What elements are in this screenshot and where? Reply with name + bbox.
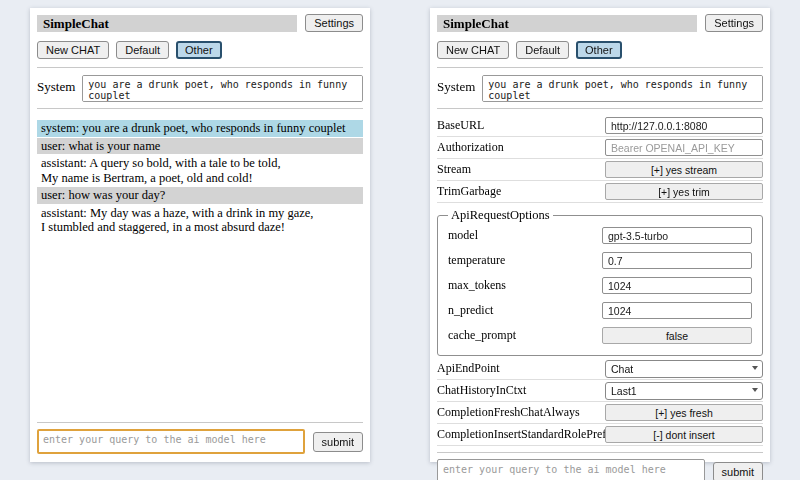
setting-row-n-predict: n_predict bbox=[448, 298, 752, 323]
completion-fresh-toggle-button[interactable]: [+] yes fresh bbox=[605, 404, 763, 421]
model-input[interactable] bbox=[602, 227, 752, 244]
app-title: SimpleChat bbox=[437, 15, 697, 32]
session-tab-other[interactable]: Other bbox=[576, 41, 622, 59]
divider bbox=[37, 108, 363, 109]
completion-insert-toggle-button[interactable]: [-] dont insert bbox=[605, 426, 763, 443]
settings-panel: SimpleChat Settings New CHAT Default Oth… bbox=[430, 8, 770, 462]
chat-message-system: system: you are a drunk poet, who respon… bbox=[37, 120, 363, 137]
divider bbox=[37, 422, 363, 423]
temperature-label: temperature bbox=[448, 253, 602, 268]
baseurl-input[interactable] bbox=[605, 117, 763, 134]
setting-row-authorization: Authorization bbox=[437, 137, 763, 159]
setting-row-trimgarbage: TrimGarbage [+] yes trim bbox=[437, 181, 763, 203]
chat-message-assistant: assistant: A query so bold, with a tale … bbox=[37, 155, 363, 186]
settings-button[interactable]: Settings bbox=[305, 14, 363, 32]
setting-row-model: model bbox=[448, 223, 752, 248]
setting-row-cache-prompt: cache_prompt false bbox=[448, 323, 752, 348]
divider bbox=[437, 67, 763, 68]
new-chat-button[interactable]: New CHAT bbox=[37, 41, 109, 59]
api-request-options-fieldset: ApiRequestOptions model temperature max_… bbox=[437, 208, 763, 356]
session-tab-other[interactable]: Other bbox=[176, 41, 222, 59]
system-prompt-row: System you are a drunk poet, who respond… bbox=[437, 75, 763, 102]
spacer bbox=[37, 237, 363, 417]
settings-button[interactable]: Settings bbox=[705, 14, 763, 32]
cache-prompt-toggle-button[interactable]: false bbox=[602, 327, 752, 344]
baseurl-label: BaseURL bbox=[437, 118, 605, 133]
n-predict-label: n_predict bbox=[448, 303, 602, 318]
model-label: model bbox=[448, 228, 602, 243]
session-tab-default[interactable]: Default bbox=[516, 41, 569, 59]
completioninsertstandardroleprefix-label: CompletionInsertStandardRolePrefix bbox=[437, 427, 605, 442]
setting-row-max-tokens: max_tokens bbox=[448, 273, 752, 298]
query-row: submit bbox=[437, 459, 763, 480]
apiendpoint-select[interactable]: Chat bbox=[605, 359, 763, 378]
title-row: SimpleChat Settings bbox=[37, 14, 363, 32]
app-title: SimpleChat bbox=[37, 15, 297, 32]
stream-toggle-button[interactable]: [+] yes stream bbox=[605, 161, 763, 178]
max-tokens-input[interactable] bbox=[602, 277, 752, 294]
system-prompt-row: System you are a drunk poet, who respond… bbox=[37, 75, 363, 102]
authorization-input[interactable] bbox=[605, 139, 763, 156]
query-section: submit bbox=[37, 416, 363, 454]
app-container: SimpleChat Settings New CHAT Default Oth… bbox=[0, 0, 800, 470]
session-tab-default[interactable]: Default bbox=[116, 41, 169, 59]
query-row: submit bbox=[37, 429, 363, 454]
temperature-input[interactable] bbox=[602, 252, 752, 269]
trimgarbage-toggle-button[interactable]: [+] yes trim bbox=[605, 183, 763, 200]
n-predict-input[interactable] bbox=[602, 302, 752, 319]
chat-session-tabs: New CHAT Default Other bbox=[37, 41, 363, 59]
divider bbox=[437, 452, 763, 453]
setting-row-temperature: temperature bbox=[448, 248, 752, 273]
max-tokens-label: max_tokens bbox=[448, 278, 602, 293]
completionfreshchatalways-label: CompletionFreshChatAlways bbox=[437, 405, 605, 420]
chat-message-list: system: you are a drunk poet, who respon… bbox=[37, 120, 363, 237]
chat-message-user: user: how was your day? bbox=[37, 187, 363, 204]
system-prompt-textarea[interactable]: you are a drunk poet, who responds in fu… bbox=[82, 75, 363, 102]
new-chat-button[interactable]: New CHAT bbox=[437, 41, 509, 59]
submit-button[interactable]: submit bbox=[713, 462, 763, 480]
cache-prompt-label: cache_prompt bbox=[448, 328, 602, 343]
setting-row-apiendpoint: ApiEndPoint Chat bbox=[437, 358, 763, 380]
chat-panel: SimpleChat Settings New CHAT Default Oth… bbox=[30, 8, 370, 462]
chat-message-assistant: assistant: My day was a haze, with a dri… bbox=[37, 205, 363, 236]
title-row: SimpleChat Settings bbox=[437, 14, 763, 32]
divider bbox=[37, 67, 363, 68]
system-prompt-textarea[interactable]: you are a drunk poet, who responds in fu… bbox=[482, 75, 763, 102]
chathistoryinctxt-select[interactable]: Last1 bbox=[605, 381, 763, 400]
apiendpoint-label: ApiEndPoint bbox=[437, 361, 605, 376]
setting-row-completioninsertstandardroleprefix: CompletionInsertStandardRolePrefix [-] d… bbox=[437, 424, 763, 446]
divider bbox=[437, 108, 763, 109]
setting-row-stream: Stream [+] yes stream bbox=[437, 159, 763, 181]
system-label: System bbox=[37, 75, 75, 102]
query-input[interactable] bbox=[437, 459, 705, 480]
trimgarbage-label: TrimGarbage bbox=[437, 184, 605, 199]
chat-session-tabs: New CHAT Default Other bbox=[437, 41, 763, 59]
submit-button[interactable]: submit bbox=[313, 432, 363, 452]
chathistoryinctxt-select-control[interactable]: Last1 bbox=[605, 382, 763, 400]
query-section: submit bbox=[437, 446, 763, 480]
system-label: System bbox=[437, 75, 475, 102]
chat-message-user: user: what is your name bbox=[37, 138, 363, 155]
chathistoryinctxt-label: ChatHistoryInCtxt bbox=[437, 383, 605, 398]
setting-row-completionfreshchatalways: CompletionFreshChatAlways [+] yes fresh bbox=[437, 402, 763, 424]
setting-row-baseurl: BaseURL bbox=[437, 115, 763, 137]
query-input[interactable] bbox=[37, 429, 305, 454]
apiendpoint-select-control[interactable]: Chat bbox=[605, 360, 763, 378]
stream-label: Stream bbox=[437, 162, 605, 177]
authorization-label: Authorization bbox=[437, 140, 605, 155]
api-request-options-legend: ApiRequestOptions bbox=[448, 208, 553, 223]
setting-row-chathistoryinctxt: ChatHistoryInCtxt Last1 bbox=[437, 380, 763, 402]
